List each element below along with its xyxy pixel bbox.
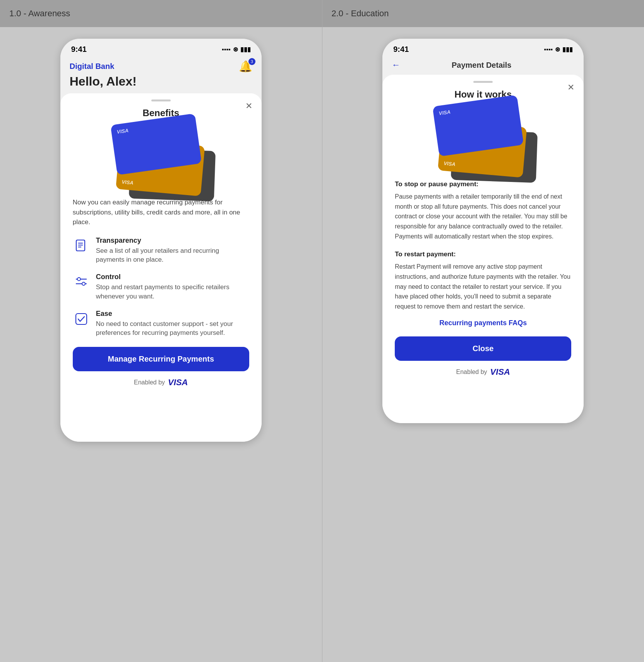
stop-pause-section: To stop or pause payment: Pause payments… [395,179,571,241]
manage-payments-button[interactable]: Manage Recurring Payments [73,347,249,371]
enabled-by-edu: Enabled by VISA [395,367,571,377]
benefits-modal: ✕ Benefits Now you can easily manage rec… [60,93,262,442]
document-icon [73,237,90,254]
checkbox-icon [73,310,90,328]
battery-icon-edu: ▮▮▮ [562,46,573,53]
brand-label: Digital Bank [70,62,115,71]
app-bar: Digital Bank 🔔 3 Hello, Alex! [60,57,262,93]
status-time-edu: 9:41 [393,45,409,54]
education-panel: 2.0 - Education 9:41 ▪▪▪▪ ⊛ ▮▮▮ ← Paymen… [322,0,644,662]
modal-title-edu: How it works [395,89,571,100]
restart-body: Restart Payment will remove any active s… [395,262,571,311]
visa-logo: VISA [168,377,188,388]
control-icon [73,274,90,291]
modal-handle [151,99,171,101]
control-text: Control Stop and restart payments to spe… [96,273,249,301]
status-icons: ▪▪▪▪ ⊛ ▮▮▮ [222,46,251,53]
feature-ease: Ease No need to contact customer support… [73,310,249,338]
enabled-by-text-edu: Enabled by [456,369,487,376]
panel-header-education: 2.0 - Education [322,0,644,27]
app-bar-edu: ← Payment Details [382,57,584,75]
panel-header-label: 1.0 - Awareness [9,9,70,19]
modal-description: Now you can easily manage recurring paym… [73,197,249,227]
visa-logo-edu: VISA [490,367,510,377]
notification-bell[interactable]: 🔔 3 [239,60,252,73]
status-bar: 9:41 ▪▪▪▪ ⊛ ▮▮▮ [60,39,262,57]
status-icons-edu: ▪▪▪▪ ⊛ ▮▮▮ [544,46,573,53]
ease-desc: No need to contact customer support - se… [96,319,249,338]
transparency-title: Transparency [96,237,249,245]
ease-text: Ease No need to contact customer support… [96,310,249,338]
panel-header-awareness: 1.0 - Awareness [0,0,322,27]
modal-handle-edu [473,81,493,83]
panel-header-label: 2.0 - Education [332,9,389,19]
close-button[interactable]: ✕ [245,101,252,111]
transparency-desc: See a list of all your retailers and rec… [96,246,249,265]
svg-rect-8 [76,314,87,324]
svg-point-5 [77,278,80,281]
notification-badge: 3 [248,58,255,65]
stop-pause-heading: To stop or pause payment: [395,180,478,188]
faq-link[interactable]: Recurring payments FAQs [395,319,571,327]
control-desc: Stop and restart payments to specific re… [96,283,249,301]
modal-title: Benefits [73,108,249,118]
back-arrow[interactable]: ← [392,60,400,70]
svg-point-7 [82,282,85,285]
ease-title: Ease [96,310,249,318]
enabled-by-text: Enabled by [134,379,165,386]
card-stack-edu [395,108,571,170]
phone-frame-education: 9:41 ▪▪▪▪ ⊛ ▮▮▮ ← Payment Details ✕ How … [382,39,584,423]
close-cta-button[interactable]: Close [395,336,571,361]
wifi-icon: ⊛ [233,46,238,53]
battery-icon: ▮▮▮ [240,46,251,53]
feature-control: Control Stop and restart payments to spe… [73,273,249,301]
how-it-works-modal: ✕ How it works To stop or pause payment:… [382,75,584,423]
close-button-edu[interactable]: ✕ [567,82,574,93]
restart-section: To restart payment: Restart Payment will… [395,249,571,311]
enabled-by: Enabled by VISA [73,377,249,388]
status-bar-edu: 9:41 ▪▪▪▪ ⊛ ▮▮▮ [382,39,584,57]
page-title-partial: Payment Details [452,61,512,70]
hello-greeting: Hello, Alex! [70,74,252,89]
card-stack [73,126,249,188]
signal-icon-edu: ▪▪▪▪ [544,46,553,53]
phone-frame-awareness: 9:41 ▪▪▪▪ ⊛ ▮▮▮ Digital Bank 🔔 3 Hello, … [60,39,262,442]
awareness-panel: 1.0 - Awareness 9:41 ▪▪▪▪ ⊛ ▮▮▮ Digital … [0,0,322,662]
stop-pause-body: Pause payments with a retailer temporari… [395,192,571,241]
feature-transparency: Transparency See a list of all your reta… [73,237,249,265]
transparency-text: Transparency See a list of all your reta… [96,237,249,265]
wifi-icon-edu: ⊛ [555,46,560,53]
signal-icon: ▪▪▪▪ [222,46,231,53]
status-time: 9:41 [71,45,87,54]
control-title: Control [96,273,249,281]
restart-heading: To restart payment: [395,250,456,258]
